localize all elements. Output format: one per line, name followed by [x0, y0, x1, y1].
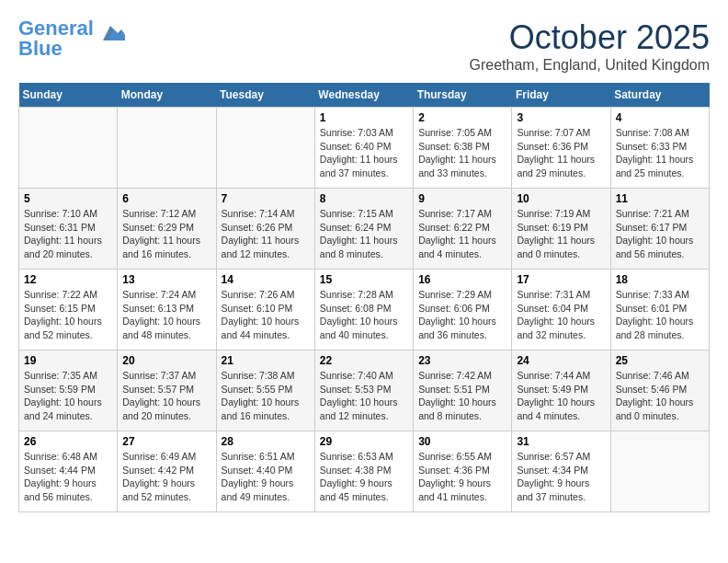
- day-detail: Sunrise: 7:24 AM Sunset: 6:13 PM Dayligh…: [122, 288, 210, 342]
- calendar-cell: 10Sunrise: 7:19 AM Sunset: 6:19 PM Dayli…: [512, 189, 610, 270]
- calendar-cell: 28Sunrise: 6:51 AM Sunset: 4:40 PM Dayli…: [216, 431, 314, 512]
- calendar-cell: 2Sunrise: 7:05 AM Sunset: 6:38 PM Daylig…: [414, 108, 512, 189]
- day-number: 31: [517, 435, 605, 448]
- day-number: 11: [616, 192, 704, 205]
- calendar-cell: 6Sunrise: 7:12 AM Sunset: 6:29 PM Daylig…: [118, 189, 216, 270]
- calendar-cell: 14Sunrise: 7:26 AM Sunset: 6:10 PM Dayli…: [216, 270, 314, 350]
- logo: GeneralBlue: [18, 18, 125, 59]
- day-detail: Sunrise: 7:40 AM Sunset: 5:53 PM Dayligh…: [320, 369, 408, 423]
- calendar-cell: 16Sunrise: 7:29 AM Sunset: 6:06 PM Dayli…: [414, 270, 512, 350]
- day-number: 14: [222, 273, 310, 286]
- day-detail: Sunrise: 7:35 AM Sunset: 5:59 PM Dayligh…: [24, 369, 112, 423]
- title-block: October 2025 Greetham, England, United K…: [470, 18, 710, 74]
- day-number: 22: [320, 354, 408, 367]
- calendar-cell: 19Sunrise: 7:35 AM Sunset: 5:59 PM Dayli…: [19, 350, 118, 431]
- calendar-cell: 1Sunrise: 7:03 AM Sunset: 6:40 PM Daylig…: [314, 108, 413, 189]
- calendar-week-row: 1Sunrise: 7:03 AM Sunset: 6:40 PM Daylig…: [19, 108, 710, 189]
- calendar-cell: 3Sunrise: 7:07 AM Sunset: 6:36 PM Daylig…: [512, 108, 610, 189]
- weekday-header-row: SundayMondayTuesdayWednesdayThursdayFrid…: [19, 83, 710, 108]
- logo-icon: [96, 22, 125, 48]
- day-detail: Sunrise: 7:19 AM Sunset: 6:19 PM Dayligh…: [517, 207, 605, 261]
- calendar-cell: 17Sunrise: 7:31 AM Sunset: 6:04 PM Dayli…: [512, 270, 610, 350]
- day-detail: Sunrise: 7:33 AM Sunset: 6:01 PM Dayligh…: [616, 288, 704, 342]
- calendar-table: SundayMondayTuesdayWednesdayThursdayFrid…: [18, 83, 710, 512]
- weekday-header-tuesday: Tuesday: [216, 83, 314, 108]
- day-detail: Sunrise: 7:05 AM Sunset: 6:38 PM Dayligh…: [418, 126, 506, 180]
- calendar-cell: 25Sunrise: 7:46 AM Sunset: 5:46 PM Dayli…: [610, 350, 709, 431]
- day-number: 3: [517, 111, 605, 124]
- day-detail: Sunrise: 7:37 AM Sunset: 5:57 PM Dayligh…: [122, 369, 210, 423]
- day-number: 21: [222, 354, 310, 367]
- day-detail: Sunrise: 7:38 AM Sunset: 5:55 PM Dayligh…: [222, 369, 310, 423]
- day-detail: Sunrise: 6:48 AM Sunset: 4:44 PM Dayligh…: [24, 450, 112, 504]
- logo-text: GeneralBlue: [18, 18, 94, 59]
- calendar-cell: 13Sunrise: 7:24 AM Sunset: 6:13 PM Dayli…: [118, 270, 216, 350]
- day-number: 30: [418, 435, 506, 448]
- calendar-cell: [216, 108, 314, 189]
- day-number: 1: [320, 111, 408, 124]
- day-detail: Sunrise: 7:03 AM Sunset: 6:40 PM Dayligh…: [320, 126, 408, 180]
- day-detail: Sunrise: 7:12 AM Sunset: 6:29 PM Dayligh…: [122, 207, 210, 261]
- calendar-title: October 2025: [470, 18, 710, 57]
- calendar-week-row: 12Sunrise: 7:22 AM Sunset: 6:15 PM Dayli…: [19, 270, 710, 350]
- calendar-cell: 31Sunrise: 6:57 AM Sunset: 4:34 PM Dayli…: [512, 431, 610, 512]
- day-number: 16: [418, 273, 506, 286]
- day-number: 12: [24, 273, 112, 286]
- day-detail: Sunrise: 6:51 AM Sunset: 4:40 PM Dayligh…: [222, 450, 310, 504]
- day-number: 24: [517, 354, 605, 367]
- day-number: 9: [418, 192, 506, 205]
- day-number: 2: [418, 111, 506, 124]
- calendar-week-row: 5Sunrise: 7:10 AM Sunset: 6:31 PM Daylig…: [19, 189, 710, 270]
- calendar-week-row: 26Sunrise: 6:48 AM Sunset: 4:44 PM Dayli…: [19, 431, 710, 512]
- day-detail: Sunrise: 7:31 AM Sunset: 6:04 PM Dayligh…: [517, 288, 605, 342]
- calendar-cell: 26Sunrise: 6:48 AM Sunset: 4:44 PM Dayli…: [19, 431, 118, 512]
- calendar-subtitle: Greetham, England, United Kingdom: [470, 57, 710, 74]
- calendar-cell: 9Sunrise: 7:17 AM Sunset: 6:22 PM Daylig…: [414, 189, 512, 270]
- page-header: GeneralBlue October 2025 Greetham, Engla…: [18, 18, 710, 74]
- day-number: 4: [616, 111, 704, 124]
- day-detail: Sunrise: 7:46 AM Sunset: 5:46 PM Dayligh…: [616, 369, 704, 423]
- calendar-cell: 12Sunrise: 7:22 AM Sunset: 6:15 PM Dayli…: [19, 270, 118, 350]
- calendar-cell: 8Sunrise: 7:15 AM Sunset: 6:24 PM Daylig…: [314, 189, 413, 270]
- day-number: 6: [122, 192, 210, 205]
- day-number: 19: [24, 354, 112, 367]
- day-detail: Sunrise: 6:53 AM Sunset: 4:38 PM Dayligh…: [320, 450, 408, 504]
- day-detail: Sunrise: 6:55 AM Sunset: 4:36 PM Dayligh…: [418, 450, 506, 504]
- day-detail: Sunrise: 7:10 AM Sunset: 6:31 PM Dayligh…: [24, 207, 112, 261]
- calendar-cell: 20Sunrise: 7:37 AM Sunset: 5:57 PM Dayli…: [118, 350, 216, 431]
- day-detail: Sunrise: 7:17 AM Sunset: 6:22 PM Dayligh…: [418, 207, 506, 261]
- day-detail: Sunrise: 7:21 AM Sunset: 6:17 PM Dayligh…: [616, 207, 704, 261]
- calendar-week-row: 19Sunrise: 7:35 AM Sunset: 5:59 PM Dayli…: [19, 350, 710, 431]
- weekday-header-thursday: Thursday: [414, 83, 512, 108]
- calendar-cell: 18Sunrise: 7:33 AM Sunset: 6:01 PM Dayli…: [610, 270, 709, 350]
- calendar-cell: 30Sunrise: 6:55 AM Sunset: 4:36 PM Dayli…: [414, 431, 512, 512]
- day-number: 28: [222, 435, 310, 448]
- weekday-header-wednesday: Wednesday: [314, 83, 413, 108]
- weekday-header-friday: Friday: [512, 83, 610, 108]
- day-detail: Sunrise: 7:08 AM Sunset: 6:33 PM Dayligh…: [616, 126, 704, 180]
- day-number: 15: [320, 273, 408, 286]
- day-detail: Sunrise: 7:44 AM Sunset: 5:49 PM Dayligh…: [517, 369, 605, 423]
- calendar-cell: 29Sunrise: 6:53 AM Sunset: 4:38 PM Dayli…: [314, 431, 413, 512]
- day-number: 10: [517, 192, 605, 205]
- calendar-cell: 23Sunrise: 7:42 AM Sunset: 5:51 PM Dayli…: [414, 350, 512, 431]
- weekday-header-sunday: Sunday: [19, 83, 118, 108]
- day-detail: Sunrise: 7:07 AM Sunset: 6:36 PM Dayligh…: [517, 126, 605, 180]
- day-number: 17: [517, 273, 605, 286]
- day-detail: Sunrise: 7:14 AM Sunset: 6:26 PM Dayligh…: [222, 207, 310, 261]
- day-detail: Sunrise: 7:22 AM Sunset: 6:15 PM Dayligh…: [24, 288, 112, 342]
- day-detail: Sunrise: 7:26 AM Sunset: 6:10 PM Dayligh…: [222, 288, 310, 342]
- calendar-cell: 7Sunrise: 7:14 AM Sunset: 6:26 PM Daylig…: [216, 189, 314, 270]
- day-number: 26: [24, 435, 112, 448]
- weekday-header-monday: Monday: [118, 83, 216, 108]
- calendar-cell: 15Sunrise: 7:28 AM Sunset: 6:08 PM Dayli…: [314, 270, 413, 350]
- calendar-cell: 11Sunrise: 7:21 AM Sunset: 6:17 PM Dayli…: [610, 189, 709, 270]
- day-number: 18: [616, 273, 704, 286]
- day-detail: Sunrise: 7:42 AM Sunset: 5:51 PM Dayligh…: [418, 369, 506, 423]
- day-detail: Sunrise: 7:28 AM Sunset: 6:08 PM Dayligh…: [320, 288, 408, 342]
- day-number: 29: [320, 435, 408, 448]
- day-number: 5: [24, 192, 112, 205]
- day-detail: Sunrise: 6:57 AM Sunset: 4:34 PM Dayligh…: [517, 450, 605, 504]
- calendar-cell: 22Sunrise: 7:40 AM Sunset: 5:53 PM Dayli…: [314, 350, 413, 431]
- calendar-cell: [118, 108, 216, 189]
